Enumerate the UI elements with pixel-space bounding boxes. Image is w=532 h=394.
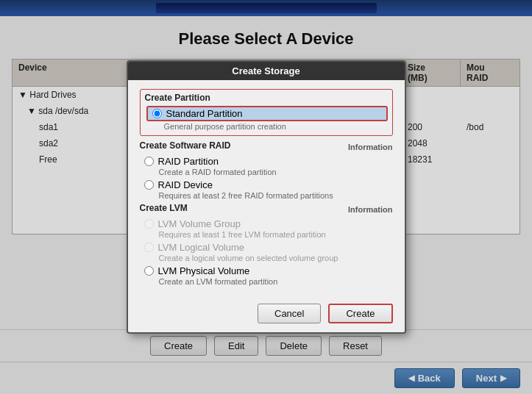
raid-partition-option[interactable]: RAID Partition bbox=[144, 156, 393, 167]
lvm-volume-group-desc: Requires at least 1 free LVM formated pa… bbox=[159, 230, 393, 239]
create-software-raid-label: Create Software RAID bbox=[140, 140, 231, 151]
create-partition-label: Create Partition bbox=[145, 93, 388, 103]
lvm-logical-volume-desc: Create a logical volume on selected volu… bbox=[159, 254, 393, 262]
modal-overlay: Create Storage Create Partition Standard… bbox=[0, 0, 532, 394]
raid-device-desc: Requires at least 2 free RAID formated p… bbox=[159, 191, 393, 200]
lvm-physical-volume-option[interactable]: LVM Physical Volume bbox=[144, 265, 393, 276]
modal-body: Create Partition Standard Partition Gene… bbox=[128, 80, 405, 298]
create-lvm-section: Create LVM Information LVM Volume Group … bbox=[140, 203, 393, 286]
standard-partition-option[interactable]: Standard Partition bbox=[146, 106, 388, 121]
modal-footer: Cancel Create bbox=[128, 298, 405, 332]
modal-cancel-button[interactable]: Cancel bbox=[258, 304, 321, 323]
raid-partition-desc: Create a RAID formated partition bbox=[159, 168, 393, 176]
lvm-physical-volume-desc: Create an LVM formated partition bbox=[159, 277, 393, 286]
software-raid-info: Information bbox=[348, 143, 393, 151]
lvm-logical-volume-option: LVM Logical Volume bbox=[144, 242, 393, 253]
modal-titlebar: Create Storage bbox=[128, 62, 405, 80]
lvm-volume-group-label: LVM Volume Group bbox=[158, 218, 241, 229]
raid-device-label: RAID Device bbox=[158, 179, 213, 190]
lvm-logical-volume-label: LVM Logical Volume bbox=[158, 242, 245, 253]
create-partition-section: Create Partition Standard Partition Gene… bbox=[140, 89, 393, 136]
lvm-volume-group-option: LVM Volume Group bbox=[144, 218, 393, 229]
create-lvm-label: Create LVM bbox=[140, 203, 188, 213]
standard-partition-desc: General purpose partition creation bbox=[164, 122, 388, 131]
raid-partition-label: RAID Partition bbox=[158, 156, 219, 167]
lvm-physical-volume-label: LVM Physical Volume bbox=[158, 265, 250, 276]
create-storage-modal: Create Storage Create Partition Standard… bbox=[127, 60, 406, 334]
lvm-info: Information bbox=[348, 205, 393, 214]
modal-create-button[interactable]: Create bbox=[328, 304, 392, 323]
raid-device-option[interactable]: RAID Device bbox=[144, 179, 393, 190]
create-software-raid-section: Create Software RAID Information RAID Pa… bbox=[140, 140, 393, 200]
standard-partition-label: Standard Partition bbox=[166, 108, 243, 119]
